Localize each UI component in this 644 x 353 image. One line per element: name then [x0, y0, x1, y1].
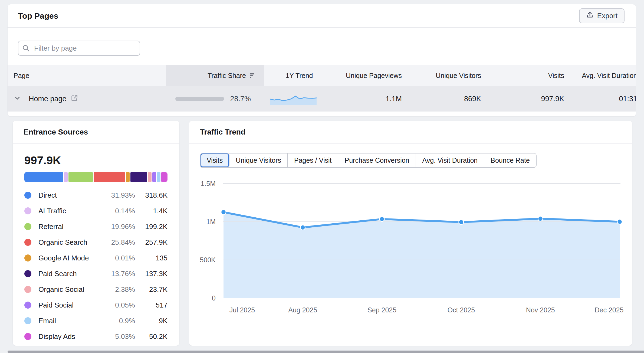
top-pages-header: Top Pages Export [8, 4, 636, 28]
legend-item[interactable]: Organic Search25.84%257.9K [24, 234, 167, 250]
trend-tab-unique-visitors[interactable]: Unique Visitors [229, 153, 288, 167]
legend-value: 318.6K [135, 191, 167, 200]
trend-tab-pages-visit[interactable]: Pages / Visit [288, 153, 339, 167]
entrance-source-segment[interactable] [94, 172, 125, 182]
entrance-source-segment[interactable] [64, 172, 68, 182]
collapse-chevron-icon[interactable] [14, 94, 21, 104]
legend-label: Paid Search [38, 270, 94, 278]
legend-label: Organic Social [38, 285, 94, 294]
legend-item[interactable]: Direct31.93%318.6K [24, 187, 167, 203]
legend-value: 135 [135, 254, 167, 262]
trend-tab-visits[interactable]: Visits [201, 153, 229, 167]
legend-label: Google AI Mode [38, 254, 94, 262]
external-link-icon[interactable] [70, 94, 78, 104]
legend-item[interactable]: Organic Social2.38%23.7K [24, 282, 167, 297]
legend-percent: 0.14% [94, 207, 135, 215]
svg-text:0: 0 [212, 294, 216, 302]
entrance-source-segment[interactable] [24, 172, 63, 182]
legend-color-dot [24, 317, 31, 324]
legend-color-dot [24, 333, 31, 340]
entrance-source-segment[interactable] [126, 172, 130, 182]
entrance-source-segment[interactable] [157, 172, 161, 182]
svg-text:Aug 2025: Aug 2025 [288, 306, 317, 314]
legend-item[interactable]: Email0.9%9K [24, 313, 167, 329]
unique-pageviews-cell: 1.1M [334, 86, 405, 112]
page-cell: Home page [8, 86, 166, 112]
trend-tab-purchase-conversion[interactable]: Purchase Conversion [338, 153, 416, 167]
legend-percent: 0.05% [94, 301, 135, 309]
export-button[interactable]: Export [579, 8, 625, 23]
legend-color-dot [24, 286, 31, 293]
legend-label: Referral [38, 223, 94, 231]
legend-percent: 25.84% [94, 238, 135, 247]
traffic-share-cell: 28.7% [166, 86, 264, 112]
table-row[interactable]: Home page 28.7% 1.1M 869K 997.9K 01:31 [8, 86, 636, 112]
legend-percent: 19.96% [94, 223, 135, 231]
svg-text:Nov 2025: Nov 2025 [526, 306, 555, 314]
filter-row [8, 28, 636, 65]
legend-percent: 13.76% [94, 270, 135, 278]
entrance-sources-bar [24, 172, 167, 182]
table-header: Page Traffic Share 1Y Trend Unique Pagev… [8, 65, 636, 86]
trend-tab-bounce-rate[interactable]: Bounce Rate [484, 153, 536, 167]
traffic-trend-body: VisitsUnique VisitorsPages / VisitPurcha… [189, 144, 632, 168]
legend-item[interactable]: Google AI Mode0.01%135 [24, 250, 167, 266]
legend-label: Email [38, 317, 94, 325]
legend-percent: 0.9% [94, 317, 135, 325]
entrance-source-segment[interactable] [161, 172, 167, 182]
visits-cell: 997.9K [484, 86, 567, 112]
unique-visitors-cell: 869K [405, 86, 484, 112]
column-header-traffic-share[interactable]: Traffic Share [166, 65, 264, 86]
legend-item[interactable]: Paid Search13.76%137.3K [24, 266, 167, 282]
legend-percent: 0.01% [94, 254, 135, 262]
trend-tab-avg-visit-duration[interactable]: Avg. Visit Duration [416, 153, 485, 167]
column-header-unique-visitors[interactable]: Unique Visitors [405, 65, 484, 86]
export-label: Export [597, 12, 617, 20]
legend-item[interactable]: Paid Social0.05%517 [24, 297, 167, 313]
legend-value: 50.2K [135, 332, 167, 341]
traffic-share-bar [175, 97, 224, 101]
entrance-sources-card: Entrance Sources 997.9K Direct31.93%318.… [13, 121, 179, 346]
export-icon [586, 11, 594, 21]
legend-label: AI Traffic [38, 207, 94, 215]
entrance-sources-total: 997.9K [24, 154, 167, 167]
1y-trend-cell [264, 86, 334, 112]
legend-label: Organic Search [38, 238, 94, 247]
legend-color-dot [24, 270, 31, 277]
legend-value: 137.3K [135, 270, 167, 278]
legend-label: Direct [38, 191, 94, 200]
legend-value: 199.2K [135, 223, 167, 231]
page-name[interactable]: Home page [29, 95, 67, 103]
legend-value: 1.4K [135, 207, 167, 215]
legend-color-dot [24, 239, 31, 246]
entrance-sources-legend: Direct31.93%318.6KAI Traffic0.14%1.4KRef… [24, 187, 167, 344]
column-header-unique-pageviews[interactable]: Unique Pageviews [334, 65, 405, 86]
entrance-source-segment[interactable] [130, 172, 147, 182]
entrance-sources-title: Entrance Sources [24, 128, 88, 136]
top-pages-card: Top Pages Export Page Traffic Share [8, 4, 636, 116]
legend-value: 23.7K [135, 285, 167, 294]
legend-color-dot [24, 192, 31, 199]
trend-metric-tabs: VisitsUnique VisitorsPages / VisitPurcha… [200, 153, 537, 168]
legend-color-dot [24, 207, 31, 214]
column-header-page[interactable]: Page [8, 65, 166, 86]
legend-label: Paid Social [38, 301, 94, 309]
horizontal-scrollbar-thumb[interactable] [8, 351, 644, 353]
svg-text:1M: 1M [206, 218, 216, 225]
filter-input[interactable] [18, 41, 140, 56]
legend-item[interactable]: Referral19.96%199.2K [24, 219, 167, 234]
legend-item[interactable]: AI Traffic0.14%1.4K [24, 203, 167, 219]
legend-label: Display Ads [38, 332, 94, 341]
traffic-share-value: 28.7% [230, 95, 251, 103]
legend-item[interactable]: Display Ads5.03%50.2K [24, 329, 167, 344]
column-header-visits[interactable]: Visits [484, 65, 567, 86]
legend-percent: 2.38% [94, 285, 135, 294]
entrance-source-segment[interactable] [152, 172, 156, 182]
column-header-1y-trend[interactable]: 1Y Trend [264, 65, 334, 86]
entrance-source-segment[interactable] [148, 172, 152, 182]
svg-text:500K: 500K [200, 256, 216, 264]
entrance-source-segment[interactable] [68, 172, 93, 182]
column-header-avg-visit-duration[interactable]: Avg. Visit Duration [567, 65, 636, 86]
legend-value: 9K [135, 317, 167, 325]
legend-color-dot [24, 223, 31, 230]
